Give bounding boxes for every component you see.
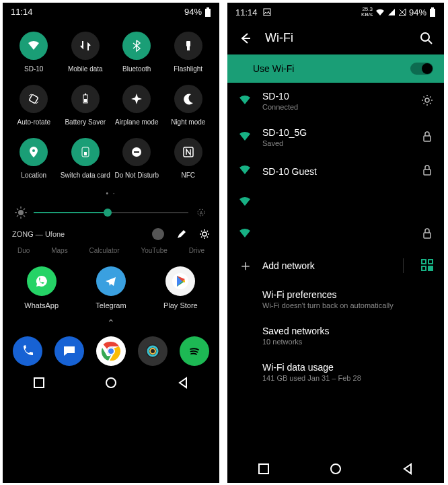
svg-rect-47 (424, 233, 431, 238)
nav-back-icon[interactable] (402, 463, 414, 475)
qs-tile-bluetooth[interactable]: Bluetooth (111, 32, 163, 73)
edit-icon[interactable] (176, 229, 187, 239)
wifi-network-row[interactable]: SD-10_5GSaved (227, 119, 444, 155)
wifi-toggle[interactable] (410, 63, 433, 75)
wifi-signal-icon (238, 94, 252, 109)
image-notif-icon (263, 8, 271, 16)
network-settings-icon[interactable] (421, 94, 433, 108)
quick-settings-grid: SD-10Mobile dataBluetoothFlashlightAuto-… (3, 20, 219, 184)
flash-icon (174, 32, 202, 60)
home-app-whatsapp[interactable]: WhatsApp (15, 266, 69, 309)
svg-point-37 (106, 378, 116, 387)
status-bar: 11:14 25.3KB/s 94% (227, 3, 444, 20)
qs-tile-location[interactable]: Location (8, 138, 60, 179)
svg-point-42 (421, 33, 429, 41)
qs-tile-do-not-disturb[interactable]: Do Not Disturb (111, 138, 163, 179)
svg-rect-12 (134, 151, 139, 153)
brightness-auto-icon: A (195, 207, 207, 219)
dock-app-messages[interactable] (54, 336, 84, 366)
svg-line-20 (24, 215, 25, 217)
svg-rect-7 (85, 94, 86, 95)
svg-rect-52 (431, 266, 433, 268)
swap-icon (71, 32, 100, 60)
faded-app-label: Duo (17, 247, 30, 254)
use-wifi-row[interactable]: Use Wi-Fi (227, 54, 444, 83)
nav-home-icon[interactable] (105, 377, 117, 389)
sim-icon (71, 138, 100, 166)
qs-tile-flashlight[interactable]: Flashlight (163, 32, 215, 73)
svg-rect-54 (431, 269, 433, 270)
svg-rect-55 (259, 464, 268, 474)
wifi-status-icon (375, 8, 385, 16)
svg-point-31 (108, 348, 114, 355)
svg-rect-36 (34, 378, 44, 387)
faded-app-label: YouTube (141, 247, 167, 254)
wifi-signal-icon (238, 130, 252, 145)
svg-point-25 (202, 232, 207, 236)
dock-app-spotify[interactable] (180, 336, 209, 366)
nav-back-icon[interactable] (177, 377, 189, 389)
search-icon[interactable] (420, 32, 433, 45)
phone-left-quicksettings: 11:14 94% SD-10Mobile dataBluetoothFlash… (3, 3, 219, 483)
lock-icon (421, 130, 433, 145)
wifi-pref-row[interactable]: Saved networks10 networks (227, 318, 444, 354)
lock-icon (421, 227, 433, 241)
signal-1-icon (387, 8, 396, 16)
wifi-pref-row[interactable]: Wi-Fi data usage141 GB used Jan 31 – Feb… (227, 354, 444, 390)
home-app-play-store[interactable]: Play Store (153, 266, 207, 309)
app-drawer-handle[interactable]: ⌃ (3, 313, 219, 328)
svg-point-8 (32, 149, 35, 152)
settings-gear-icon[interactable] (199, 229, 210, 239)
wifi-signal-icon (238, 163, 252, 179)
qs-tile-nfc[interactable]: NFC (163, 138, 215, 179)
svg-rect-0 (205, 9, 211, 17)
airplane-icon (122, 85, 151, 113)
wifi-network-row[interactable]: SD-10Connected (227, 83, 444, 119)
qr-scan-icon[interactable] (421, 259, 433, 273)
svg-rect-53 (428, 269, 430, 270)
svg-rect-41 (431, 7, 434, 9)
brightness-slider[interactable] (34, 212, 188, 213)
qs-tile-battery-saver[interactable]: Battery Saver (60, 85, 112, 126)
dock-app-phone[interactable] (13, 336, 42, 366)
svg-rect-46 (424, 170, 431, 175)
wifi-prefs-list: Wi-Fi preferencesWi-Fi doesn't turn back… (227, 281, 444, 390)
page-title: Wi-Fi (265, 31, 406, 45)
qs-tile-auto-rotate[interactable]: Auto-rotate (8, 85, 60, 126)
status-right: 94% (184, 7, 211, 17)
nfc-icon (174, 138, 202, 166)
wifi-network-row[interactable] (227, 219, 444, 250)
qs-tile-mobile-data[interactable]: Mobile data (60, 32, 112, 73)
qs-tile-switch-data-card[interactable]: Switch data card (60, 138, 112, 179)
wifi-network-row[interactable]: SD-10 Guest (227, 155, 444, 187)
add-network-row[interactable]: ＋ Add network (227, 250, 444, 281)
navigation-bar (3, 369, 219, 397)
svg-line-19 (17, 209, 18, 210)
qs-tile-airplane-mode[interactable]: Airplane mode (111, 85, 163, 126)
nav-home-icon[interactable] (330, 463, 342, 475)
qs-tile-sd-10[interactable]: SD-10 (8, 32, 60, 73)
wifi-signal-icon (238, 195, 252, 211)
svg-text:A: A (200, 211, 203, 215)
home-app-row: WhatsAppTelegramPlay Store (3, 254, 219, 313)
wifi-network-row[interactable] (227, 187, 444, 219)
faded-app-label: Drive (189, 247, 204, 254)
back-arrow-icon[interactable] (238, 32, 252, 45)
battery-icon (429, 7, 436, 17)
dock-app-camera[interactable] (138, 336, 167, 366)
svg-rect-45 (424, 136, 431, 141)
user-avatar[interactable] (152, 228, 164, 240)
qs-tile-night-mode[interactable]: Night mode (163, 85, 215, 126)
brightness-slider-row: A (3, 202, 219, 225)
battery-icon (204, 7, 211, 17)
svg-point-44 (425, 98, 429, 102)
location-icon (20, 138, 48, 166)
nav-recent-icon[interactable] (258, 463, 270, 475)
home-app-telegram[interactable]: Telegram (84, 266, 138, 309)
dock-app-chrome[interactable] (96, 336, 126, 366)
svg-rect-3 (187, 46, 190, 50)
nav-recent-icon[interactable] (33, 377, 45, 389)
wifi-pref-row[interactable]: Wi-Fi preferencesWi-Fi doesn't turn back… (227, 281, 444, 318)
svg-line-22 (24, 209, 25, 210)
status-right: 25.3KB/s 94% (361, 7, 436, 17)
